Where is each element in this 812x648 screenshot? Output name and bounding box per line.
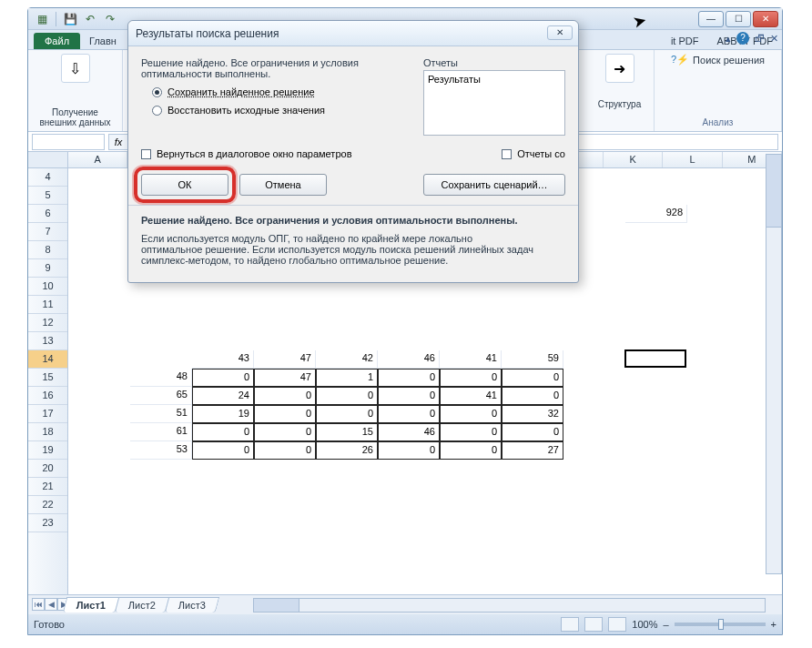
cell[interactable]: 0 [440, 369, 502, 387]
cell[interactable]: 53 [130, 441, 192, 460]
row-header[interactable]: 11 [28, 296, 67, 314]
zoom-in-button[interactable]: + [771, 619, 776, 630]
cell[interactable]: 47 [254, 369, 316, 387]
minimize-button[interactable]: — [698, 11, 724, 27]
minimize-ribbon-icon[interactable]: ▴ [726, 33, 731, 45]
checkbox-icon[interactable] [141, 149, 151, 159]
cell[interactable]: 0 [440, 441, 502, 460]
cell[interactable]: 26 [316, 441, 378, 460]
nav-first-icon[interactable]: ⏮ [32, 598, 45, 611]
maximize-button[interactable]: ☐ [726, 11, 751, 27]
cell[interactable]: 0 [378, 405, 440, 423]
sheet-tab-1[interactable]: Лист1 [63, 597, 120, 613]
checkbox-return-to-dialog[interactable]: Вернуться в диалоговое окно параметров [141, 148, 352, 159]
redo-icon[interactable]: ↷ [102, 11, 118, 27]
cell[interactable]: 48 [130, 369, 192, 387]
cell[interactable]: 65 [130, 387, 192, 405]
cell[interactable]: 0 [378, 369, 440, 387]
nav-prev-icon[interactable]: ◀ [45, 598, 57, 611]
horizontal-scrollbar[interactable] [253, 598, 766, 613]
cell[interactable]: 0 [254, 423, 316, 441]
column-header[interactable]: L [663, 152, 722, 167]
cell[interactable]: 0 [502, 423, 563, 441]
cell[interactable]: 0 [192, 423, 254, 441]
name-box[interactable] [32, 134, 105, 150]
structure-icon[interactable]: ➜ [605, 54, 634, 83]
dialog-close-button[interactable]: ✕ [547, 25, 573, 40]
option-restore-values[interactable]: Восстановить исходные значения [152, 105, 409, 116]
window-restore-icon[interactable]: 🗗 [755, 33, 765, 44]
ok-button[interactable]: ОК [141, 174, 228, 196]
cell[interactable]: 47 [254, 350, 316, 369]
cell[interactable]: 1 [316, 369, 378, 387]
cell[interactable]: 0 [192, 441, 254, 460]
view-layout-button[interactable] [584, 617, 603, 632]
cell[interactable]: 0 [316, 405, 378, 423]
row-header[interactable]: 7 [28, 223, 67, 241]
tab-it-pdf[interactable]: it PDF [662, 33, 708, 49]
cell[interactable]: 24 [192, 387, 254, 405]
dialog-titlebar[interactable]: Результаты поиска решения ✕ [128, 21, 578, 46]
column-header[interactable]: A [68, 152, 127, 167]
cell[interactable]: 0 [254, 405, 316, 423]
cell[interactable]: 928 [625, 205, 687, 223]
row-header[interactable]: 8 [28, 241, 67, 259]
cell[interactable]: 0 [502, 369, 563, 387]
view-normal-button[interactable] [561, 617, 579, 632]
help-icon[interactable]: ? [736, 32, 749, 45]
row-header[interactable]: 22 [28, 496, 67, 514]
cell[interactable]: 19 [192, 405, 254, 423]
checkbox-icon[interactable] [502, 149, 512, 159]
cell[interactable]: 0 [502, 387, 563, 405]
cell[interactable]: 41 [440, 350, 502, 369]
window-close-icon[interactable]: ✕ [770, 33, 778, 45]
vertical-scrollbar[interactable] [766, 154, 782, 574]
cell[interactable]: 59 [502, 350, 563, 369]
zoom-slider[interactable] [675, 623, 766, 626]
save-icon[interactable]: 💾 [62, 11, 78, 27]
cell[interactable]: 46 [378, 350, 440, 369]
cell[interactable]: 51 [130, 405, 192, 423]
sheet-tab-3[interactable]: Лист3 [165, 597, 220, 613]
zoom-out-button[interactable]: – [663, 619, 668, 630]
row-header[interactable]: 15 [28, 369, 67, 387]
cell[interactable]: 46 [378, 423, 440, 441]
external-data-icon[interactable]: ⇩ [61, 54, 90, 83]
radio-unchecked-icon[interactable] [152, 106, 162, 116]
cell[interactable]: 0 [192, 369, 254, 387]
fx-button[interactable]: fx [108, 134, 128, 150]
row-header[interactable]: 16 [28, 387, 67, 405]
row-header[interactable]: 9 [28, 259, 67, 278]
reports-listbox[interactable]: Результаты [423, 70, 565, 136]
vscroll-thumb[interactable] [766, 155, 781, 228]
report-item-results[interactable]: Результаты [428, 74, 561, 85]
cell[interactable]: 0 [316, 387, 378, 405]
cell[interactable]: 43 [192, 350, 254, 369]
column-header[interactable]: K [604, 152, 663, 167]
cell[interactable]: 0 [440, 423, 502, 441]
row-header[interactable]: 4 [28, 168, 67, 187]
save-scenario-button[interactable]: Сохранить сценарий… [423, 174, 565, 196]
option-keep-solution[interactable]: Сохранить найденное решение [152, 86, 409, 97]
checkbox-reports-with[interactable]: Отчеты со [502, 148, 565, 159]
solver-button[interactable]: ?⚡ Поиск решения [671, 54, 765, 66]
tab-home[interactable]: Главн [80, 33, 126, 49]
row-header[interactable]: 6 [28, 205, 67, 223]
row-header[interactable]: 21 [28, 478, 67, 496]
cell[interactable]: 42 [316, 350, 378, 369]
row-header[interactable]: 13 [28, 332, 67, 350]
close-button[interactable]: ✕ [753, 11, 778, 27]
cell[interactable]: 0 [378, 387, 440, 405]
row-header[interactable]: 14 [28, 350, 67, 369]
undo-icon[interactable]: ↶ [82, 11, 98, 27]
cell[interactable]: 41 [440, 387, 502, 405]
row-header[interactable]: 18 [28, 423, 67, 441]
cell[interactable]: 0 [254, 441, 316, 460]
cell[interactable]: 0 [440, 405, 502, 423]
row-header[interactable]: 5 [28, 187, 67, 205]
cell[interactable]: 15 [316, 423, 378, 441]
zoom-thumb[interactable] [718, 619, 724, 630]
radio-checked-icon[interactable] [152, 87, 162, 97]
row-header[interactable]: 19 [28, 441, 67, 460]
view-pagebreak-button[interactable] [608, 617, 626, 632]
